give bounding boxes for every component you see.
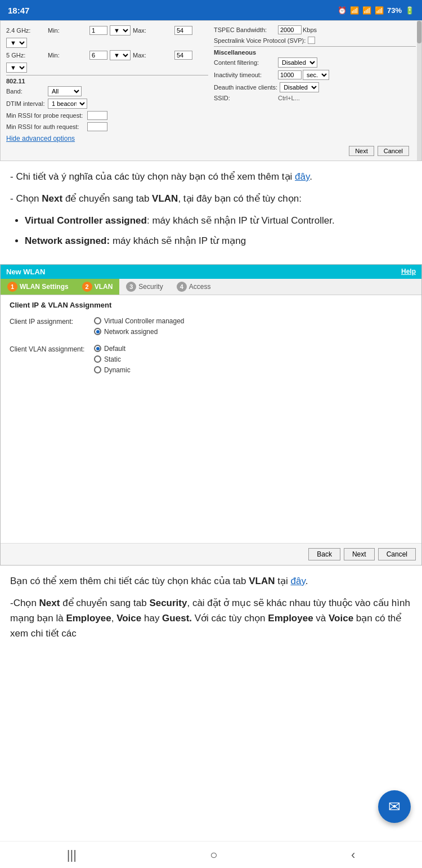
dtim-label: DTIM interval: bbox=[6, 100, 46, 107]
a2-para2-emp2: Employee bbox=[268, 613, 313, 624]
band-select[interactable]: All bbox=[48, 86, 82, 96]
wlan-next-button[interactable]: Next bbox=[344, 548, 375, 560]
top-screenshot: 2.4 GHz: Min: ▼ Max: ▼ 5 GHz: Min: ▼ Max… bbox=[0, 20, 422, 161]
tab-vlan[interactable]: 2 VLAN bbox=[75, 279, 120, 295]
ss-footer: Next Cancel bbox=[6, 146, 416, 156]
svp-checkbox[interactable] bbox=[308, 37, 315, 44]
ip-assignment-group: Client IP assignment: Virtual Controller… bbox=[10, 317, 412, 336]
para1-link[interactable]: đây bbox=[295, 171, 309, 182]
a2-para2-voice: Voice bbox=[116, 613, 141, 624]
content-filter-label: Content filtering: bbox=[214, 59, 276, 66]
bottom-nav: ||| ○ ‹ bbox=[0, 841, 422, 868]
dtim-select[interactable]: 1 beacon bbox=[48, 99, 87, 109]
para2-vlan: VLAN bbox=[152, 193, 178, 204]
deauth-select[interactable]: Disabled bbox=[280, 82, 319, 92]
vlan-dynamic-radio[interactable] bbox=[94, 366, 101, 373]
status-time: 18:47 bbox=[8, 6, 29, 15]
para1-end: . bbox=[309, 171, 312, 182]
inactivity-label: Inactivity timeout: bbox=[214, 72, 276, 78]
vlan-static-radio[interactable] bbox=[94, 355, 101, 363]
ghz24-min-select[interactable]: ▼ bbox=[110, 25, 131, 35]
article-list: Virtual Controller assigned: máy khách s… bbox=[25, 213, 412, 248]
ghz5-max-input[interactable] bbox=[174, 51, 192, 60]
ghz5-min-input[interactable] bbox=[89, 51, 107, 60]
bullet2: Network assigned: máy khách sẽ nhận IP t… bbox=[25, 233, 412, 248]
minrssi-auth-label: Min RSSI for auth request: bbox=[6, 123, 85, 130]
wlan-title: New WLAN bbox=[6, 268, 45, 276]
ghz24-max-select[interactable]: ▼ bbox=[6, 38, 27, 48]
minrssi-probe-label: Min RSSI for probe request: bbox=[6, 112, 85, 119]
tab2-num: 2 bbox=[82, 282, 92, 292]
ghz5-max-select[interactable]: ▼ bbox=[6, 63, 27, 73]
wlan-back-button[interactable]: Back bbox=[308, 548, 340, 560]
bullet1-text: : máy khách sẽ nhận IP từ Virtual Contro… bbox=[147, 215, 335, 226]
tab3-label: Security bbox=[138, 283, 163, 291]
ghz24-max-input[interactable] bbox=[174, 26, 192, 35]
minrssi-probe-input[interactable] bbox=[87, 111, 107, 120]
status-bar-right: ⏰ 📶 📶 📶 73% 🔋 bbox=[338, 6, 414, 15]
a2-para1-end: . bbox=[306, 576, 308, 586]
cancel-button[interactable]: Cancel bbox=[378, 146, 409, 156]
ssid-value: Ctrl+L... bbox=[278, 95, 300, 101]
ip-option2-radio[interactable] bbox=[94, 328, 101, 335]
alarm-icon: ⏰ bbox=[338, 6, 347, 15]
wlan-tabs: 1 WLAN Settings 2 VLAN 3 Security 4 Acce… bbox=[1, 279, 421, 295]
a2-para1-start: Bạn có thể xem thêm chi tiết các tùy chọ… bbox=[10, 576, 249, 586]
content-filter-select[interactable]: Disabled bbox=[278, 57, 317, 68]
wlan-footer: Back Next Cancel bbox=[1, 543, 421, 565]
deauth-label: Deauth inactive clients: bbox=[214, 84, 277, 91]
tspec-input[interactable] bbox=[278, 25, 302, 34]
ghz24-max-label: Max: bbox=[133, 27, 172, 34]
tab-wlan-settings[interactable]: 1 WLAN Settings bbox=[1, 279, 75, 295]
vlan-default-radio[interactable] bbox=[94, 345, 101, 352]
wlan-cancel-button[interactable]: Cancel bbox=[378, 548, 416, 560]
bottom-nav-menu-icon[interactable]: ||| bbox=[67, 848, 77, 862]
tab1-num: 1 bbox=[7, 282, 17, 292]
bottom-nav-home-icon[interactable]: ○ bbox=[210, 848, 217, 862]
tab2-label: VLAN bbox=[95, 283, 113, 291]
ghz5-min-select[interactable]: ▼ bbox=[110, 50, 131, 60]
article-para2: - Chọn Next để chuyển sang tab VLAN, tại… bbox=[10, 191, 412, 206]
ip-option2-item[interactable]: Network assigned bbox=[94, 328, 185, 336]
a2-para2-start: -Chọn bbox=[10, 598, 39, 608]
section-80211-label: 802.11 bbox=[6, 78, 208, 84]
a2-para1-link[interactable]: đây bbox=[290, 576, 305, 586]
next-button[interactable]: Next bbox=[349, 146, 374, 156]
tab3-num: 3 bbox=[126, 282, 136, 292]
tab4-label: Access bbox=[189, 283, 211, 291]
article2-para1: Bạn có thể xem thêm chi tiết các tùy chọ… bbox=[10, 573, 412, 589]
ghz24-min-input[interactable] bbox=[89, 26, 107, 35]
ghz5-max-label: Max: bbox=[133, 52, 172, 59]
a2-para2-guest: Guest. bbox=[162, 613, 192, 624]
ssid-label: SSID: bbox=[214, 95, 276, 101]
wlan-header: New WLAN Help bbox=[1, 265, 421, 279]
ip-option1-radio[interactable] bbox=[94, 317, 101, 324]
tab-access[interactable]: 4 Access bbox=[170, 279, 218, 295]
scrollbar[interactable] bbox=[417, 21, 421, 161]
tab1-label: WLAN Settings bbox=[20, 283, 69, 291]
vlan-default-item[interactable]: Default bbox=[94, 345, 131, 353]
vlan-static-item[interactable]: Static bbox=[94, 355, 131, 363]
ip-option2-label: Network assigned bbox=[104, 328, 158, 336]
ss-right: TSPEC Bandwidth: Kbps Spectralink Voice … bbox=[214, 25, 416, 143]
ip-radio-group: Virtual Controller managed Network assig… bbox=[94, 317, 185, 336]
hide-options-link[interactable]: Hide advanced options bbox=[6, 135, 75, 143]
tab-security[interactable]: 3 Security bbox=[119, 279, 169, 295]
ip-option1-item[interactable]: Virtual Controller managed bbox=[94, 317, 185, 325]
inactivity-input[interactable] bbox=[278, 70, 302, 79]
fab-button[interactable]: ✉ bbox=[378, 790, 411, 823]
vlan-dynamic-item[interactable]: Dynamic bbox=[94, 366, 131, 374]
para2-start: - Chọn bbox=[10, 193, 42, 204]
a2-para2-next: Next bbox=[39, 598, 60, 608]
wlan-section-title: Client IP & VLAN Assignment bbox=[10, 301, 412, 309]
ip-assignment-row: Client IP assignment: Virtual Controller… bbox=[10, 317, 412, 336]
wlan-help[interactable]: Help bbox=[401, 268, 416, 275]
inactivity-unit-select[interactable]: sec. bbox=[303, 70, 329, 80]
wlan-screenshot: New WLAN Help 1 WLAN Settings 2 VLAN 3 S… bbox=[0, 264, 422, 566]
battery-icon: 🔋 bbox=[405, 6, 414, 15]
minrssi-auth-input[interactable] bbox=[87, 122, 107, 131]
bullet2-text: máy khách sẽ nhận IP từ mạng bbox=[110, 235, 246, 246]
a2-para2-va: và bbox=[313, 613, 329, 624]
fab-mail-icon: ✉ bbox=[388, 798, 401, 816]
bottom-nav-back-icon[interactable]: ‹ bbox=[351, 848, 355, 862]
